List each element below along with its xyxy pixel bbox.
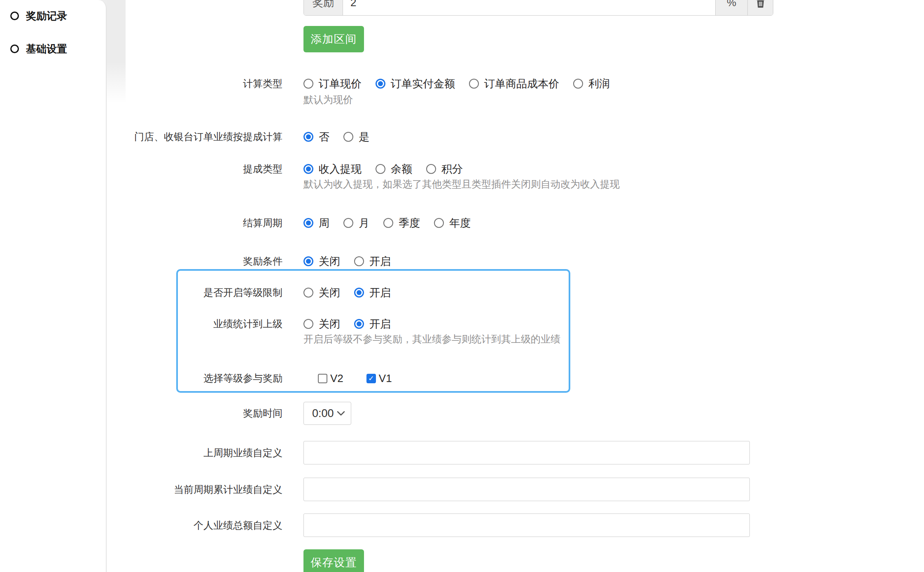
reward-time-select[interactable]: 0:00 (303, 402, 351, 425)
perf-to-parent-hint: 开启后等级不参与奖励，其业绩参与则统计到其上级的业绩 (303, 333, 560, 346)
radio-icon[interactable] (303, 132, 313, 142)
delete-interval-button[interactable] (747, 0, 773, 15)
radio-option-label: 积分 (441, 162, 463, 176)
level-limit-options: 关闭开启 (303, 286, 391, 300)
field-label-calc-type: 计算类型 (0, 77, 282, 90)
radio-option-label: 开启 (369, 254, 391, 269)
trash-icon (756, 0, 765, 8)
radio-option[interactable]: 季度 (383, 216, 420, 230)
radio-option[interactable]: 余额 (376, 162, 412, 176)
perf-to-parent-options: 关闭开启 (303, 317, 391, 331)
radio-option-label: 周 (319, 216, 329, 230)
custom-total-input[interactable] (303, 513, 750, 537)
sidebar-item-basic-settings[interactable]: 基础设置 (10, 42, 67, 56)
form-row-calc-type: 计算类型 订单现价订单实付金额订单商品成本价利润 (0, 74, 924, 93)
radio-option[interactable]: 订单现价 (303, 77, 362, 91)
radio-icon[interactable] (343, 132, 353, 142)
radio-icon[interactable] (303, 164, 313, 174)
page: 奖励记录 基础设置 奖励 % 添加区间 计算类型 订单现价订单实付金额订单商品成… (0, 0, 924, 572)
sidebar-item-label: 奖励记录 (26, 9, 67, 23)
radio-icon[interactable] (434, 218, 444, 228)
radio-icon[interactable] (354, 288, 364, 298)
form-row-reward-time: 奖励时间 0:00 (0, 402, 924, 425)
radio-icon[interactable] (426, 164, 436, 174)
commission-type-options: 收入提现余额积分 (303, 162, 463, 176)
checkbox-option[interactable]: ✓V1 (366, 372, 392, 385)
radio-icon[interactable] (354, 319, 364, 329)
radio-option-label: 开启 (369, 317, 391, 331)
save-settings-button[interactable]: 保存设置 (303, 549, 364, 572)
radio-option[interactable]: 订单商品成本价 (469, 77, 559, 91)
radio-option-label: 月 (359, 216, 369, 230)
bullet-circle-icon (10, 12, 19, 20)
radio-option[interactable]: 积分 (426, 162, 463, 176)
field-label-custom-current: 当前周期累计业绩自定义 (0, 483, 282, 496)
radio-icon[interactable] (573, 79, 583, 89)
radio-icon[interactable] (303, 288, 313, 298)
form-row-settle-cycle: 结算周期 周月季度年度 (0, 213, 924, 232)
radio-option-label: 年度 (449, 216, 471, 230)
field-label-reward-condition: 奖励条件 (0, 255, 282, 268)
form-row-custom-total: 个人业绩总额自定义 (0, 513, 924, 537)
bullet-circle-icon (10, 45, 19, 53)
field-label-level-select: 选择等级参与奖励 (0, 372, 282, 385)
radio-icon[interactable] (343, 218, 353, 228)
reward-condition-options: 关闭开启 (303, 254, 391, 269)
form-row-level-select: 选择等级参与奖励 V2✓V1 (0, 369, 924, 388)
custom-prev-input[interactable] (303, 441, 750, 464)
radio-option[interactable]: 订单实付金额 (376, 77, 455, 91)
custom-current-input[interactable] (303, 478, 750, 501)
radio-option[interactable]: 否 (303, 130, 329, 144)
field-label-reward-time: 奖励时间 (0, 407, 282, 420)
radio-option[interactable]: 利润 (573, 77, 610, 91)
field-label-store-perf: 门店、收银台订单业绩按提成计算 (0, 130, 282, 143)
level-select-checkboxes: V2✓V1 (318, 372, 392, 385)
form-row-level-limit: 是否开启等级限制 关闭开启 (0, 283, 924, 302)
form-row-store-perf: 门店、收银台订单业绩按提成计算 否是 (0, 127, 924, 146)
radio-option-label: 订单现价 (319, 77, 362, 91)
radio-option[interactable]: 月 (343, 216, 369, 230)
radio-icon[interactable] (376, 164, 385, 174)
add-interval-button[interactable]: 添加区间 (303, 26, 364, 52)
radio-option[interactable]: 开启 (354, 286, 391, 300)
radio-option[interactable]: 关闭 (303, 254, 340, 269)
checkbox-option[interactable]: V2 (318, 372, 343, 385)
reward-time-value: 0:00 (312, 407, 334, 420)
field-label-commission-type: 提成类型 (0, 162, 282, 176)
field-label-perf-to-parent: 业绩统计到上级 (0, 317, 282, 331)
radio-option[interactable]: 周 (303, 216, 329, 230)
radio-option[interactable]: 开启 (354, 254, 391, 269)
commission-type-hint: 默认为收入提现，如果选了其他类型且类型插件关闭则自动改为收入提现 (303, 178, 620, 191)
radio-icon[interactable] (376, 79, 385, 89)
radio-option-label: 关闭 (319, 254, 340, 269)
radio-option[interactable]: 开启 (354, 317, 391, 331)
sidebar-item-reward-records[interactable]: 奖励记录 (10, 9, 67, 23)
form-row-commission-type: 提成类型 收入提现余额积分 (0, 159, 924, 178)
radio-option[interactable]: 是 (343, 130, 369, 144)
radio-option[interactable]: 收入提现 (303, 162, 362, 176)
checkbox-option-label: V1 (379, 372, 392, 385)
radio-option-label: 开启 (369, 286, 391, 300)
radio-option[interactable]: 关闭 (303, 317, 340, 331)
radio-icon[interactable] (303, 218, 313, 228)
settle-cycle-options: 周月季度年度 (303, 216, 471, 230)
radio-icon[interactable] (383, 218, 393, 228)
calc-type-options: 订单现价订单实付金额订单商品成本价利润 (303, 77, 610, 91)
radio-icon[interactable] (303, 79, 313, 89)
radio-option[interactable]: 关闭 (303, 286, 340, 300)
radio-option-label: 是 (359, 130, 369, 144)
checkbox-icon[interactable] (318, 374, 327, 383)
sidebar-item-label: 基础设置 (26, 42, 67, 56)
form-row-custom-prev: 上周期业绩自定义 (0, 441, 924, 464)
interval-prefix-addon: 奖励 (304, 0, 343, 15)
radio-option-label: 利润 (588, 77, 610, 91)
checkbox-icon[interactable]: ✓ (366, 374, 376, 383)
radio-option-label: 季度 (399, 216, 420, 230)
interval-value-input[interactable] (343, 0, 715, 15)
radio-icon[interactable] (469, 79, 479, 89)
radio-icon[interactable] (354, 256, 364, 266)
radio-option-label: 否 (319, 130, 329, 144)
radio-option[interactable]: 年度 (434, 216, 471, 230)
radio-icon[interactable] (303, 319, 313, 329)
radio-icon[interactable] (303, 256, 313, 266)
